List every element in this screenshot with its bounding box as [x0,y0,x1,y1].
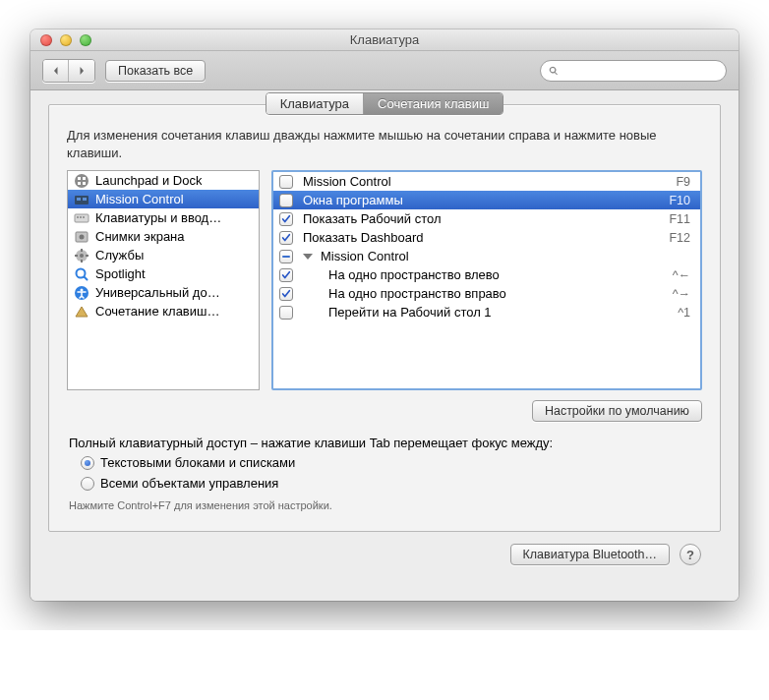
close-button[interactable] [40,34,52,46]
shortcut-checkbox[interactable] [279,306,293,320]
chevron-right-icon [77,66,87,76]
category-row[interactable]: Mission Control [68,190,259,208]
svg-point-0 [75,174,89,188]
svg-point-13 [80,234,85,239]
shortcuts-well: Клавиатура Сочетания клавиш Для изменени… [48,104,721,532]
chevron-left-icon [51,66,61,76]
category-label: Сочетание клавиш… [95,304,219,319]
svg-rect-3 [78,182,81,185]
footer: Клавиатура Bluetooth… ? [48,532,721,583]
shortcut-key[interactable]: F10 [669,194,694,207]
shortcut-checkbox[interactable] [279,231,293,245]
restore-defaults-button[interactable]: Настройки по умолчанию [532,400,702,422]
launchpad-icon [74,173,89,189]
tab-group: Клавиатура Сочетания клавиш [266,92,504,115]
tab-bar: Клавиатура Сочетания клавиш [49,92,720,115]
category-row[interactable]: Службы [68,246,259,264]
preferences-window: Клавиатура Показать все Клавиатура Сочет… [30,29,739,601]
category-label: Снимки экрана [95,229,185,244]
shortcut-label: Mission Control [321,249,684,263]
category-row[interactable]: Универсальный до… [68,283,259,302]
search-input[interactable] [563,64,718,78]
shortcut-label: Mission Control [303,174,670,189]
category-row[interactable]: Launchpad и Dock [68,171,259,190]
shortcut-checkbox[interactable] [279,194,293,207]
category-row[interactable]: Spotlight [68,264,259,283]
svg-rect-2 [83,177,86,180]
radio-label: Текстовыми блоками и списками [100,455,295,470]
category-row[interactable]: Сочетание клавиш… [68,302,259,321]
hint-text: Нажмите Control+F7 для изменения этой на… [49,494,720,515]
shortcut-key[interactable]: F12 [669,231,694,245]
tab-shortcuts[interactable]: Сочетания клавиш [364,93,503,114]
bluetooth-keyboard-button[interactable]: Клавиатура Bluetooth… [510,544,671,565]
mission-icon [74,192,89,207]
back-button[interactable] [43,60,69,82]
help-button[interactable]: ? [680,544,701,565]
minimize-button[interactable] [60,34,72,46]
shortcut-checkbox[interactable] [279,250,293,263]
shortcut-label: Окна программы [303,193,663,207]
forward-button[interactable] [69,60,94,82]
shortcut-checkbox[interactable] [279,212,293,226]
shortcut-key[interactable]: ^← [673,268,694,282]
screenshot-icon [74,229,89,245]
services-icon [74,248,89,263]
shortcut-row[interactable]: Показать DashboardF12 [273,228,700,247]
shortcut-row[interactable]: Показать Рабочий столF11 [273,209,700,228]
shortcut-key[interactable]: F11 [669,212,694,226]
svg-rect-7 [83,198,87,201]
shortcut-row[interactable]: На одно пространство вправо^→ [273,284,700,303]
category-label: Launchpad и Dock [95,173,202,188]
nav-segmented [42,59,95,83]
shortcut-checkbox[interactable] [279,287,293,301]
show-all-button[interactable]: Показать все [105,60,206,82]
shortcut-row[interactable]: Mission Control [273,247,700,265]
shortcut-row[interactable]: На одно пространство влево^← [273,265,700,284]
radio-icon [81,456,94,470]
shortcut-label: На одно пространство вправо [328,286,667,301]
svg-point-18 [81,288,84,291]
zoom-button[interactable] [80,34,91,46]
shortcut-label: Перейти на Рабочий стол 1 [328,305,672,320]
appshortcuts-icon [74,304,89,320]
shortcut-row[interactable]: Mission ControlF9 [273,172,700,191]
shortcut-checkbox[interactable] [279,268,293,282]
search-icon [549,65,559,77]
accessibility-icon [74,285,89,301]
keyboard-icon [74,210,89,226]
content-area: Клавиатура Сочетания клавиш Для изменени… [30,104,739,601]
radio-text-lists[interactable]: Текстовыми блоками и списками [49,452,720,473]
toolbar: Показать все [30,51,739,90]
shortcut-list[interactable]: Mission ControlF9Окна программыF10Показа… [271,170,702,390]
svg-rect-10 [80,216,82,218]
shortcut-key[interactable]: ^→ [673,287,694,301]
radio-icon [81,477,94,491]
shortcut-key[interactable]: F9 [676,175,694,189]
category-label: Spotlight [95,266,146,281]
radio-all-controls[interactable]: Всеми объектами управления [49,473,720,494]
shortcut-checkbox[interactable] [279,175,293,189]
search-field[interactable] [540,60,727,82]
category-row[interactable]: Клавиатуры и ввод… [68,208,259,227]
svg-rect-4 [83,182,86,185]
shortcut-row[interactable]: Перейти на Рабочий стол 1^1 [273,303,700,321]
window-title: Клавиатура [30,32,739,47]
category-row[interactable]: Снимки экрана [68,227,259,246]
disclosure-triangle-icon[interactable] [303,254,313,260]
shortcut-key[interactable]: ^1 [678,306,694,320]
shortcut-label: Показать Рабочий стол [303,211,663,226]
shortcut-label: На одно пространство влево [328,267,667,282]
radio-label: Всеми объектами управления [100,476,278,491]
titlebar: Клавиатура [30,29,739,51]
category-list[interactable]: Launchpad и DockMission ControlКлавиатур… [67,170,260,390]
svg-rect-6 [77,198,81,201]
shortcut-label: Показать Dashboard [303,230,663,245]
svg-rect-11 [83,216,85,218]
svg-rect-1 [78,177,81,180]
tab-keyboard[interactable]: Клавиатура [266,93,364,114]
svg-rect-9 [77,216,79,218]
instruction-text: Для изменения сочетания клавиш дважды на… [49,123,720,170]
shortcut-row[interactable]: Окна программыF10 [273,191,700,209]
full-keyboard-access-label: Полный клавиатурный доступ – нажатие кла… [49,422,720,452]
